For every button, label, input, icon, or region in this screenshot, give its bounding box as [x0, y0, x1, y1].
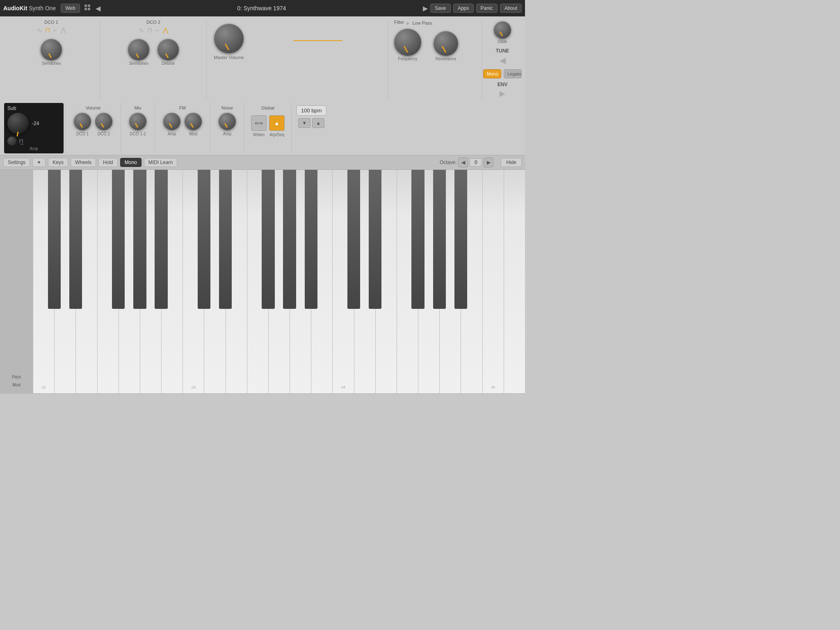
volume-dco1-knob[interactable]: [74, 113, 91, 130]
black-key-0-0[interactable]: [48, 170, 61, 309]
dco1-section: DCO 1 ∿ ⊓ ⌐ ⋀ Semitones: [4, 20, 98, 66]
black-key-0-4[interactable]: [133, 170, 146, 309]
sub-value: -24: [32, 121, 39, 126]
prev-preset-button[interactable]: ◀: [96, 5, 100, 12]
black-key-1-1[interactable]: [219, 170, 232, 309]
apps-button[interactable]: Apps: [453, 4, 474, 13]
white-key-21[interactable]: c5: [482, 170, 504, 394]
filter-frequency-knob[interactable]: [394, 29, 421, 56]
black-key-0-1[interactable]: [69, 170, 82, 309]
sub-title: Sub: [7, 105, 60, 111]
mix-dco12-label: DCO 1-2: [129, 132, 146, 136]
filter-freq-group: Frequency: [394, 29, 421, 61]
black-key-1-3[interactable]: [262, 170, 274, 309]
row1: DCO 1 ∿ ⊓ ⌐ ⋀ Semitones DCO 2: [0, 16, 525, 101]
filter-play-icon[interactable]: ▶: [406, 21, 410, 25]
hide-button[interactable]: Hide: [501, 158, 522, 167]
dco2-wave-square[interactable]: ⊓: [147, 26, 152, 34]
volume-dco2-knob[interactable]: [95, 113, 112, 130]
divider10: [291, 103, 292, 153]
master-volume-label: Master Volume: [214, 55, 244, 60]
divider1: [100, 20, 100, 100]
env-arrow[interactable]: ▶: [500, 89, 505, 98]
mod-control: Mod: [3, 383, 30, 387]
grid-icon-button[interactable]: [82, 2, 93, 14]
black-key-0-3[interactable]: [112, 170, 125, 309]
next-preset-button[interactable]: ▶: [423, 5, 428, 12]
arp-seq-icon: ▲: [274, 120, 280, 126]
tune-arrow[interactable]: ◀: [500, 55, 506, 65]
noise-amp-knob[interactable]: [219, 113, 236, 130]
white-key-22[interactable]: [504, 170, 525, 394]
right-panel: Glide TUNE ◀ Mono Legato ENV ▶: [484, 20, 521, 100]
mono-button[interactable]: Mono: [483, 69, 501, 78]
mono-bar-button[interactable]: Mono: [120, 158, 142, 167]
divider7: [155, 103, 155, 153]
octave-right-button[interactable]: ▶: [484, 158, 493, 167]
preset-name: 0: Synthwave 1974: [237, 5, 286, 11]
wheels-button[interactable]: Wheels: [71, 158, 96, 167]
wave-square[interactable]: ⊓: [45, 26, 50, 34]
black-key-2-4[interactable]: [433, 170, 446, 309]
dco2-wave-pulse[interactable]: ⌐: [155, 27, 159, 34]
dco2-semitones-label: Semitones: [129, 61, 148, 66]
arp-seq-button[interactable]: ▲: [269, 115, 285, 131]
midi-learn-button[interactable]: MIDI Learn: [144, 158, 177, 167]
noise-section: Noise Amp: [212, 103, 242, 153]
settings-button[interactable]: Settings: [3, 158, 30, 167]
filter-resonance-knob[interactable]: [434, 31, 458, 56]
glide-knob[interactable]: [494, 21, 511, 39]
black-key-1-5[interactable]: [305, 170, 317, 309]
black-key-0-5[interactable]: [155, 170, 167, 309]
hold-button[interactable]: Hold: [98, 158, 118, 167]
mix-dco12-knob[interactable]: [129, 113, 146, 130]
black-key-2-1[interactable]: [369, 170, 381, 309]
volume-labels: DCO 1 DCO 2: [74, 132, 112, 136]
top-bar: AudioKit Synth One Web ◀ 0: Synthwave 19…: [0, 0, 525, 16]
detune-slider-track[interactable]: [293, 40, 342, 41]
fm-mod-knob[interactable]: [185, 113, 202, 130]
sub-wave-icon: ⊓̲: [19, 138, 23, 144]
dco2-wave-sine[interactable]: ∿: [139, 26, 144, 34]
dco1-semitones-label: Semitones: [41, 61, 61, 66]
fm-amp-knob[interactable]: [163, 113, 180, 130]
filter-label: Filter: [394, 20, 404, 25]
black-key-2-3[interactable]: [411, 170, 424, 309]
mix-knob-group: [129, 113, 146, 130]
filter-res-group: Resonance: [434, 31, 458, 61]
dco1-semitones-knob-group: Semitones: [41, 39, 62, 66]
octave-left-button[interactable]: ◀: [458, 158, 468, 167]
black-key-2-5[interactable]: [454, 170, 467, 309]
dco1-waveform-row: ∿ ⊓ ⌐ ⋀: [37, 26, 66, 34]
dco2-wave-sawtooth[interactable]: ⋀: [163, 26, 168, 34]
dco1-semitones-knob[interactable]: [41, 39, 62, 60]
svg-rect-2: [84, 8, 87, 10]
wave-pulse[interactable]: ⌐: [53, 27, 57, 34]
bluetooth-button[interactable]: ✦: [32, 158, 46, 167]
octave-control: Octave: ◀ 0 ▶: [440, 158, 493, 167]
wave-sine[interactable]: ∿: [37, 26, 42, 34]
sub-knob[interactable]: [7, 113, 29, 134]
sub-bottom-row: ⊓̲: [7, 137, 60, 146]
sub-small-knob[interactable]: [7, 137, 16, 146]
keys-button[interactable]: Keys: [48, 158, 68, 167]
svg-rect-1: [88, 5, 90, 7]
bpm-down-button[interactable]: ▼: [298, 118, 310, 128]
master-volume-knob[interactable]: [214, 24, 244, 53]
black-key-1-4[interactable]: [283, 170, 296, 309]
black-key-2-0[interactable]: [347, 170, 360, 309]
dco2-detune-knob[interactable]: [158, 39, 179, 60]
save-button[interactable]: Save: [430, 4, 451, 13]
legato-button[interactable]: Legato: [504, 69, 522, 78]
about-button[interactable]: About: [500, 4, 522, 13]
filter-header: Filter ▶ Low Pass: [394, 20, 480, 26]
dco2-semitones-knob[interactable]: [128, 39, 149, 60]
widen-button[interactable]: ⟺: [251, 115, 267, 131]
panic-button[interactable]: Panic: [476, 4, 498, 13]
detune-slider-area: [249, 20, 386, 41]
black-key-1-0[interactable]: [198, 170, 210, 309]
dco2-detune-label: Detune: [162, 61, 175, 66]
wave-tri[interactable]: ⋀: [61, 26, 66, 34]
bpm-up-button[interactable]: ▲: [312, 118, 324, 128]
web-button[interactable]: Web: [61, 4, 80, 13]
